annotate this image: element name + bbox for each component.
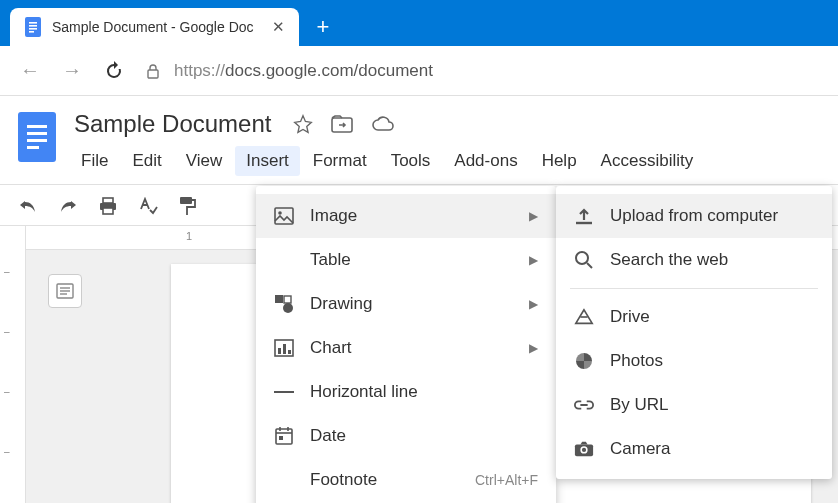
image-by-url[interactable]: By URL [556, 383, 832, 427]
menu-item-label: Photos [610, 351, 663, 371]
redo-icon[interactable] [58, 195, 78, 216]
menu-item-label: Image [310, 206, 357, 226]
docs-favicon [24, 18, 42, 36]
menu-file[interactable]: File [70, 146, 119, 176]
svg-rect-21 [278, 348, 281, 354]
document-title[interactable]: Sample Document [70, 108, 275, 140]
image-photos[interactable]: Photos [556, 339, 832, 383]
image-drive[interactable]: Drive [556, 295, 832, 339]
link-icon [574, 399, 594, 411]
svg-rect-2 [29, 25, 37, 27]
docs-logo-icon[interactable] [18, 112, 56, 162]
menu-accessibility[interactable]: Accessibility [590, 146, 705, 176]
menu-bar: FileEditViewInsertFormatToolsAdd-onsHelp… [70, 146, 820, 176]
menu-edit[interactable]: Edit [121, 146, 172, 176]
undo-icon[interactable] [18, 195, 38, 216]
menu-separator [570, 288, 818, 289]
vertical-ruler: – – – – [0, 226, 26, 503]
new-tab-button[interactable]: + [317, 14, 330, 40]
submenu-arrow-icon: ▶ [529, 297, 538, 311]
menu-help[interactable]: Help [531, 146, 588, 176]
menu-item-label: Chart [310, 338, 352, 358]
insert-image[interactable]: Image▶ [256, 194, 556, 238]
image-submenu: Upload from computerSearch the webDriveP… [556, 186, 832, 479]
svg-line-32 [587, 263, 592, 268]
svg-point-16 [278, 211, 282, 215]
menu-item-label: Drive [610, 307, 650, 327]
svg-rect-27 [279, 436, 283, 440]
drive-icon [574, 307, 594, 327]
paint-format-icon[interactable] [178, 194, 196, 215]
svg-rect-5 [148, 70, 158, 78]
svg-rect-25 [276, 429, 292, 444]
svg-rect-23 [288, 350, 291, 354]
svg-rect-7 [103, 198, 113, 203]
menu-item-label: By URL [610, 395, 669, 415]
svg-rect-9 [103, 208, 113, 214]
image-icon [274, 207, 294, 225]
menu-format[interactable]: Format [302, 146, 378, 176]
menu-item-label: Footnote [310, 470, 377, 490]
menu-add-ons[interactable]: Add-ons [443, 146, 528, 176]
menu-item-label: Date [310, 426, 346, 446]
svg-rect-1 [29, 22, 37, 24]
menu-insert[interactable]: Insert [235, 146, 300, 176]
image-search-the-web[interactable]: Search the web [556, 238, 832, 282]
insert-chart[interactable]: Chart▶ [256, 326, 556, 370]
search-icon [574, 250, 594, 270]
chart-icon [274, 339, 294, 357]
svg-rect-19 [284, 296, 291, 303]
svg-point-18 [283, 303, 293, 313]
submenu-arrow-icon: ▶ [529, 209, 538, 223]
submenu-arrow-icon: ▶ [529, 341, 538, 355]
svg-rect-4 [29, 31, 34, 33]
spellcheck-icon[interactable] [138, 195, 158, 216]
hr-icon [274, 389, 294, 395]
menu-view[interactable]: View [175, 146, 234, 176]
drawing-icon [274, 294, 294, 314]
nav-back-icon[interactable]: ← [20, 59, 40, 82]
app-header: Sample Document FileEditViewInsertFormat… [0, 96, 838, 176]
menu-item-label: Camera [610, 439, 670, 459]
date-icon [274, 426, 294, 446]
insert-menu-dropdown: Image▶Table▶Drawing▶Chart▶Horizontal lin… [256, 186, 556, 503]
menu-item-label: Horizontal line [310, 382, 418, 402]
menu-item-label: Upload from computer [610, 206, 778, 226]
submenu-arrow-icon: ▶ [529, 253, 538, 267]
upload-icon [574, 207, 594, 225]
lock-icon [146, 62, 160, 79]
svg-rect-3 [29, 28, 37, 30]
browser-titlebar: Sample Document - Google Doc ✕ + [0, 0, 838, 46]
browser-tab[interactable]: Sample Document - Google Doc ✕ [10, 8, 299, 46]
photos-icon [574, 351, 594, 371]
print-icon[interactable] [98, 195, 118, 216]
svg-rect-22 [283, 344, 286, 354]
image-upload-from-computer[interactable]: Upload from computer [556, 194, 832, 238]
insert-horizontal-line[interactable]: Horizontal line [256, 370, 556, 414]
insert-date[interactable]: Date [256, 414, 556, 458]
menu-item-label: Table [310, 250, 351, 270]
reload-icon[interactable] [104, 60, 124, 81]
svg-point-35 [582, 448, 586, 452]
svg-rect-0 [25, 17, 41, 37]
camera-icon [574, 440, 594, 458]
svg-rect-17 [275, 295, 283, 303]
menu-item-label: Search the web [610, 250, 728, 270]
menu-tools[interactable]: Tools [380, 146, 442, 176]
cloud-status-icon[interactable] [371, 115, 395, 133]
star-icon[interactable] [293, 114, 313, 134]
insert-drawing[interactable]: Drawing▶ [256, 282, 556, 326]
nav-forward-icon[interactable]: → [62, 59, 82, 82]
tab-close-icon[interactable]: ✕ [272, 18, 285, 36]
tab-title: Sample Document - Google Doc [52, 19, 254, 35]
url-bar[interactable]: https://docs.google.com/document [146, 61, 818, 81]
insert-table[interactable]: Table▶ [256, 238, 556, 282]
menu-item-label: Drawing [310, 294, 372, 314]
image-camera[interactable]: Camera [556, 427, 832, 471]
insert-footnote[interactable]: FootnoteCtrl+Alt+F [256, 458, 556, 502]
browser-navbar: ← → https://docs.google.com/document [0, 46, 838, 96]
move-icon[interactable] [331, 115, 353, 133]
svg-point-31 [576, 252, 588, 264]
outline-button[interactable] [48, 274, 82, 308]
shortcut-label: Ctrl+Alt+F [475, 472, 538, 488]
